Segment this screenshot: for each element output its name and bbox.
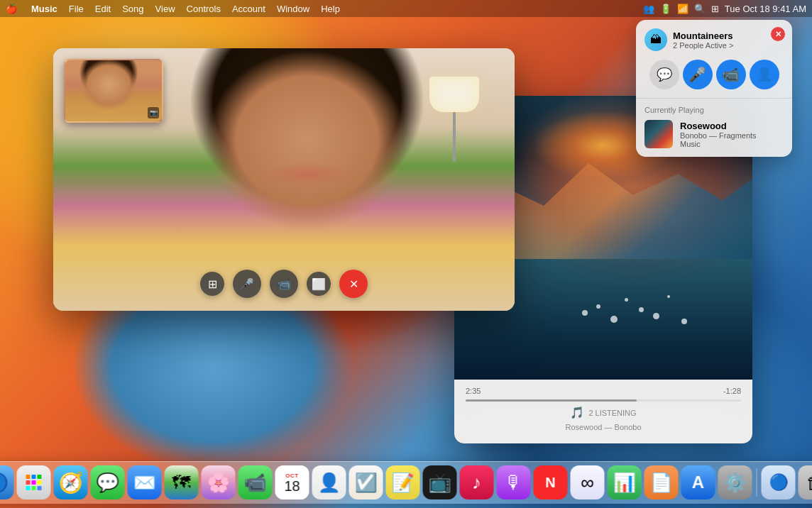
dock-item-maps[interactable]: 🗺 — [165, 465, 199, 499]
wave-particle — [582, 310, 588, 316]
progress-start-time: 2:35 — [466, 387, 481, 395]
dock-item-trash[interactable]: 🗑 — [799, 465, 813, 499]
progress-fill — [466, 399, 637, 402]
group-info: Mountaineers 2 People Active > — [673, 31, 784, 50]
dock-item-appstore[interactable]: A — [681, 465, 715, 499]
menu-controls[interactable]: Controls — [187, 4, 221, 14]
listening-count-label: 2 LISTENING — [588, 409, 636, 417]
wave-particle — [610, 316, 618, 323]
dock-item-news[interactable]: N — [534, 465, 568, 499]
now-playing-info: Rosewood Bonobo — Fragments Music — [680, 121, 784, 148]
camera-toggle-button[interactable]: 📹 — [270, 270, 298, 298]
news-icon: N — [545, 475, 555, 491]
pages-icon: 📄 — [650, 472, 673, 494]
wave-particle — [596, 304, 600, 309]
video-call-button[interactable]: 📹 — [716, 60, 746, 89]
track-artist-display: Rosewood — Bonobo — [565, 423, 641, 431]
now-playing-row: Rosewood Bonobo — Fragments Music — [644, 120, 784, 148]
facetime-icon: 📹 — [244, 472, 267, 494]
messages-icon: 💬 — [97, 472, 119, 494]
dock-item-reminders[interactable]: ☑️ — [349, 465, 383, 499]
dock-item-finder[interactable]: 🔵 — [0, 465, 14, 499]
mute-microphone-button[interactable]: 🎤 — [233, 270, 261, 298]
dock-item-facetime[interactable]: 📹 — [238, 465, 273, 499]
screen-share-button[interactable]: ⬜ — [307, 272, 331, 296]
group-subtitle[interactable]: 2 People Active > — [673, 41, 784, 50]
finder-icon: 🔵 — [0, 472, 9, 494]
shareplay-button[interactable]: 👤 — [750, 60, 779, 89]
dock-item-appletv[interactable]: 📺 — [423, 465, 457, 499]
dock-item-launchpad[interactable] — [17, 465, 51, 499]
appletv-icon: 📺 — [429, 472, 451, 494]
clock-display: Tue Oct 18 9:41 AM — [725, 4, 806, 14]
photos-icon: 🌸 — [207, 472, 230, 494]
facetime-controls: ⊞ 🎤 📹 ⬜ ✕ — [200, 270, 368, 298]
dock-item-safari[interactable]: 🧭 — [54, 465, 88, 499]
mail-icon: ✉️ — [133, 472, 156, 494]
wave-particle — [667, 295, 670, 298]
dock-item-photos[interactable]: 🌸 — [202, 465, 236, 499]
dock-item-music[interactable]: ♪ — [460, 465, 494, 499]
menubar: 🍎 Music File Edit Song View Controls Acc… — [0, 0, 812, 17]
search-icon[interactable]: 🔍 — [694, 4, 706, 14]
siri-icon: 🔵 — [769, 473, 788, 492]
dock-item-numbers[interactable]: 📊 — [608, 465, 642, 499]
menu-view[interactable]: View — [155, 4, 175, 14]
pip-thumbnail[interactable]: 📷 — [64, 59, 163, 123]
trash-icon: 🗑 — [806, 472, 813, 494]
apple-menu[interactable]: 🍎 — [6, 4, 17, 14]
wave-particle — [625, 298, 628, 302]
app-menu-music[interactable]: Music — [31, 4, 57, 14]
listening-row: 🎵 2 LISTENING — [466, 406, 741, 419]
currently-playing-label: Currently Playing — [644, 106, 784, 114]
audio-call-button[interactable]: 🎤 — [683, 60, 713, 89]
contacts-icon: 👤 — [318, 472, 341, 494]
dock-item-siri[interactable]: 🔵 — [762, 465, 796, 499]
dock-item-freeform[interactable]: ∞ — [571, 465, 605, 499]
pip-camera-icon: 📷 — [148, 107, 159, 118]
dock-item-system-settings[interactable]: ⚙️ — [718, 465, 752, 499]
notification-panel: 🏔 Mountaineers 2 People Active > ✕ 💬 🎤 📹… — [636, 20, 792, 157]
launchpad-icon — [22, 470, 46, 495]
progress-end-time: -1:28 — [723, 387, 741, 395]
menu-help[interactable]: Help — [321, 4, 340, 14]
appstore-icon: A — [692, 473, 704, 492]
menu-account[interactable]: Account — [232, 4, 265, 14]
menu-edit[interactable]: Edit — [95, 4, 111, 14]
freeform-icon: ∞ — [581, 472, 594, 494]
now-playing-source: Music — [680, 140, 784, 148]
dock-item-mail[interactable]: ✉️ — [128, 465, 162, 499]
group-avatar: 🏔 — [644, 28, 667, 51]
end-call-button[interactable]: ✕ — [339, 270, 368, 298]
menu-window[interactable]: Window — [277, 4, 309, 14]
room-decoration — [437, 77, 472, 162]
wifi-icon: 📶 — [677, 4, 688, 14]
dock-item-podcasts[interactable]: 🎙 — [497, 465, 531, 499]
menu-file[interactable]: File — [69, 4, 84, 14]
dock-item-notes[interactable]: 📝 — [386, 465, 420, 499]
dock-separator — [757, 468, 757, 497]
notification-actions: 💬 🎤 📹 👤 — [636, 57, 792, 98]
dock-item-contacts[interactable]: 👤 — [312, 465, 346, 499]
menubar-right: 👥 🔋 📶 🔍 ⊞ Tue Oct 18 9:41 AM — [643, 4, 806, 14]
calendar-day: 18 — [284, 479, 300, 493]
now-playing-artist: Bonobo — Fragments — [680, 131, 784, 140]
progress-bar[interactable] — [466, 399, 741, 402]
message-action-button[interactable]: 💬 — [649, 60, 679, 89]
calendar-content: Oct 18 — [275, 465, 309, 499]
maps-icon: 🗺 — [172, 472, 191, 494]
wave-particle — [681, 319, 687, 324]
control-center-icon[interactable]: ⊞ — [711, 4, 719, 14]
dock-item-pages[interactable]: 📄 — [644, 465, 679, 499]
shareplay-menubar-icon[interactable]: 👥 — [643, 4, 654, 14]
dock-item-messages[interactable]: 💬 — [91, 465, 125, 499]
settings-icon: ⚙️ — [724, 472, 747, 494]
sidebar-toggle-button[interactable]: ⊞ — [200, 272, 224, 296]
music-icon: ♪ — [472, 472, 481, 494]
notification-header: 🏔 Mountaineers 2 People Active > ✕ — [636, 20, 792, 57]
dock-item-calendar[interactable]: Oct 18 — [275, 465, 309, 499]
notification-close-button[interactable]: ✕ — [771, 27, 785, 41]
notes-icon: 📝 — [392, 472, 415, 494]
track-title-row: Rosewood — Bonobo — [466, 422, 741, 432]
menu-song[interactable]: Song — [122, 4, 143, 14]
